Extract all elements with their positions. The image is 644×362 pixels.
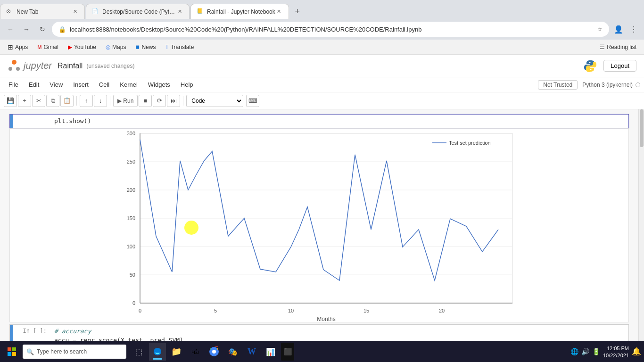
menu-file[interactable]: File — [4, 80, 23, 90]
taskbar-app-icons: ⬚ 📁 🛍 🎭 W 📊 ⬛ — [130, 343, 294, 361]
svg-point-2 — [16, 67, 20, 71]
cell-type-select[interactable]: Code Markdown Raw NBConvert — [186, 95, 243, 107]
reading-list-button[interactable]: ☰ Reading list — [596, 43, 640, 51]
battery-icon: 🔋 — [592, 348, 600, 355]
chrome-icon[interactable] — [206, 343, 223, 361]
new-tab-button[interactable]: + — [290, 4, 305, 19]
menu-cell[interactable]: Cell — [94, 80, 114, 90]
newtab-close[interactable]: ✕ — [71, 8, 79, 16]
menu-edit[interactable]: Edit — [24, 80, 44, 90]
kernel-info: Python 3 (ipykernel) — [582, 82, 640, 88]
network-icon[interactable]: 🌐 — [570, 348, 578, 355]
rainfall-close[interactable]: ✕ — [275, 8, 283, 16]
bookmark-gmail[interactable]: M Gmail — [33, 43, 62, 51]
sep1 — [76, 96, 77, 106]
store-icon[interactable]: 🛍 — [187, 343, 204, 361]
edge-icon[interactable] — [149, 343, 166, 361]
vertical-scrollbar[interactable] — [638, 109, 644, 362]
unsaved-label: (unsaved changes) — [86, 63, 134, 69]
svg-text:0: 0 — [139, 308, 141, 313]
run-button[interactable]: ▶ Run — [113, 95, 138, 107]
add-cell-button[interactable]: + — [18, 95, 31, 107]
taskbar: 🔍 Type here to search ⬚ 📁 🛍 — [0, 341, 644, 362]
cell-pltshow-input[interactable]: plt.show() — [9, 114, 629, 128]
bookmark-youtube[interactable]: ▶ YouTube — [64, 43, 100, 51]
clock[interactable]: 12:05 PM 10/22/2021 — [603, 345, 629, 358]
save-button[interactable]: 💾 — [4, 95, 17, 107]
taskbar-search[interactable]: 🔍 Type here to search — [23, 345, 126, 359]
svg-rect-29 — [12, 347, 16, 351]
search-icon: 🔍 — [26, 348, 34, 355]
lens-icon[interactable]: 🎭 — [224, 343, 241, 361]
move-down-button[interactable]: ↓ — [94, 95, 107, 107]
bookmark-star[interactable]: ☆ — [597, 26, 603, 33]
logout-button[interactable]: Logout — [603, 60, 636, 72]
settings-icon[interactable]: ⋮ — [627, 23, 640, 36]
menu-help[interactable]: Help — [176, 80, 198, 90]
jupyter-logo-text: jupyter — [24, 60, 52, 71]
trust-button[interactable]: Not Trusted — [538, 80, 578, 90]
paste-button[interactable]: 📋 — [60, 95, 74, 107]
back-button[interactable]: ← — [4, 23, 17, 36]
copy-button[interactable]: ⧉ — [46, 95, 59, 107]
sep3 — [183, 96, 183, 106]
bookmark-translate[interactable]: T Translate — [161, 43, 198, 51]
taskview-button[interactable]: ⬚ — [130, 343, 147, 361]
terminal-icon[interactable]: ⬛ — [281, 343, 294, 361]
menu-insert[interactable]: Insert — [68, 80, 93, 90]
kernel-label: Python 3 (ipykernel) — [582, 82, 633, 88]
maps-label: Maps — [112, 44, 126, 50]
menu-view[interactable]: View — [45, 80, 67, 90]
header-right: Logout — [583, 58, 636, 74]
youtube-label: YouTube — [74, 44, 96, 50]
svg-rect-30 — [8, 352, 11, 356]
rainfall-favicon: 📒 — [197, 8, 204, 16]
chart-output-cell: 0 50 100 150 200 250 300 0 5 10 15 20 — [9, 128, 629, 322]
move-up-button[interactable]: ↑ — [80, 95, 93, 107]
address-bar[interactable]: 🔒 localhost:8888/notebooks/Desktop/Sourc… — [52, 22, 609, 37]
cell-pltshow-content[interactable]: plt.show() — [50, 115, 628, 128]
tab-rainfall[interactable]: 📒 Rainfall - Jupyter Notebook ✕ — [190, 4, 289, 19]
menu-kernel[interactable]: Kernel — [115, 80, 142, 90]
refresh-button[interactable]: ↻ — [36, 23, 49, 36]
svg-text:100: 100 — [127, 244, 135, 249]
cut-button[interactable]: ✂ — [32, 95, 45, 107]
svg-text:Months: Months — [317, 316, 335, 322]
word-icon[interactable]: W — [243, 343, 260, 361]
svg-text:200: 200 — [127, 187, 135, 193]
chrome-browser-icon — [209, 346, 219, 357]
tab-newtab[interactable]: ⊙ New Tab ✕ — [0, 4, 85, 19]
scrollbar-thumb[interactable] — [640, 109, 644, 147]
bookmark-news[interactable]: ◼ News — [132, 43, 159, 51]
source-favicon: 📄 — [92, 8, 99, 16]
news-favicon: ◼ — [135, 44, 140, 50]
notification-button[interactable]: 🔔 — [632, 347, 641, 356]
svg-text:0: 0 — [132, 300, 135, 306]
kernel-status-circle — [636, 82, 640, 87]
bookmark-maps[interactable]: ◎ Maps — [102, 43, 130, 51]
taskbar-right: 🌐 🔊 🔋 12:05 PM 10/22/2021 🔔 — [570, 345, 641, 358]
gmail-favicon: M — [37, 44, 41, 50]
jupyter-container: jupyter Rainfall (unsaved changes) Logou… — [0, 55, 644, 362]
notebook-scroll[interactable]: plt.show() — [0, 109, 638, 362]
tab-source[interactable]: 📄 Desktop/Source Code (Python)/R... ✕ — [86, 4, 190, 19]
keyboard-shortcut-button[interactable]: ⌨ — [246, 95, 259, 107]
bookmark-apps[interactable]: ⊞ Apps — [4, 42, 32, 52]
restart-button[interactable]: ⟳ — [153, 95, 166, 107]
account-icon[interactable]: 👤 — [612, 23, 625, 36]
apps-favicon: ⊞ — [8, 43, 13, 51]
sound-icon[interactable]: 🔊 — [581, 348, 589, 355]
start-button[interactable] — [3, 343, 21, 361]
source-close[interactable]: ✕ — [176, 8, 183, 16]
excel-icon[interactable]: 📊 — [262, 343, 279, 361]
notebook-title[interactable]: Rainfall — [58, 62, 83, 70]
clock-time: 12:05 PM — [603, 345, 629, 352]
menu-widgets[interactable]: Widgets — [143, 80, 175, 90]
svg-text:150: 150 — [127, 215, 135, 221]
menu-bar: File Edit View Insert Cell Kernel Widget… — [0, 77, 644, 92]
forward-button[interactable]: → — [20, 23, 33, 36]
restart-run-button[interactable]: ⏭ — [167, 95, 180, 107]
files-icon[interactable]: 📁 — [168, 343, 185, 361]
svg-rect-28 — [8, 347, 11, 351]
stop-button[interactable]: ■ — [139, 95, 152, 107]
